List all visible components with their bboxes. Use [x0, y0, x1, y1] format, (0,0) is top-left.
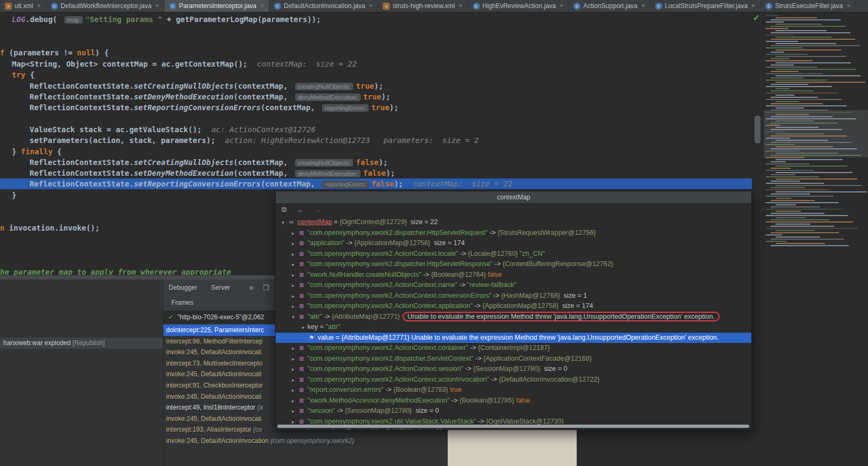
variable-row[interactable]: ▸≣"com.opensymphony.xwork2.dispatcher.Ht…: [276, 259, 751, 270]
forward-icon[interactable]: →: [314, 206, 321, 214]
editor-tab[interactable]: xstruts-high-review.xml×: [378, 0, 468, 12]
map-entry-icon: ≣: [297, 280, 306, 291]
code-line: ReflectionContextState.setCreatingNullOb…: [30, 157, 388, 168]
map-entry-icon: ≣: [297, 385, 306, 396]
variable-row[interactable]: ▸≣"com.opensymphony.xwork2.ActionContext…: [276, 280, 751, 291]
deployment-republish-label: [Republish]: [73, 339, 105, 347]
variable-row[interactable]: ▸≣"com.opensymphony.xwork2.ActionContext…: [276, 291, 751, 302]
restore-layout-icon[interactable]: ❐: [263, 284, 269, 292]
close-tab-icon[interactable]: ×: [155, 2, 159, 10]
code-line: LOG.debug( msg:"Setting params " + getPa…: [12, 14, 321, 25]
variable-row[interactable]: ▸≣"application" -> {ApplicationMap@12758…: [276, 238, 751, 249]
chevron-down-icon[interactable]: ▾: [289, 312, 297, 323]
chevron-right-icon[interactable]: ▸: [289, 281, 297, 291]
close-tab-icon[interactable]: ×: [369, 2, 372, 10]
copy-icon[interactable]: ⧉: [282, 205, 286, 214]
variable-row[interactable]: ▸≣"com.opensymphony.xwork2.ActionContext…: [276, 343, 751, 354]
chevron-right-icon[interactable]: ▸: [289, 249, 297, 260]
chevron-right-icon[interactable]: ▸: [289, 302, 297, 312]
editor-tab[interactable]: CDefaultActionInvocation.java×: [269, 0, 378, 12]
variables-popup: contextMap ⧉ ← → ▾∞contextMap = {OgnlCon…: [275, 191, 752, 430]
editor-tab[interactable]: CLocalStrutsPrepareFilter.java×: [650, 0, 761, 12]
minimap-viewport[interactable]: [764, 110, 868, 157]
variable-row[interactable]: ▾≣"attr" -> {AttributeMap@12771}Unable t…: [276, 312, 751, 322]
variable-row[interactable]: ▸≣"com.opensymphony.xwork2.dispatcher.Se…: [276, 354, 751, 364]
chevron-spacer: [299, 333, 307, 344]
deployment-item[interactable]: hanxiweb:war exploded [Republish]: [0, 338, 163, 349]
frame-text: intercept:98, MethodFilterIntercep: [166, 338, 262, 345]
chevron-right-icon[interactable]: ▸: [289, 364, 297, 375]
variable-row[interactable]: ▸≣"report.conversion.errors" -> {Boolean…: [276, 385, 751, 396]
variable-row[interactable]: ▸key = "attr": [276, 322, 751, 333]
inspections-ok-icon[interactable]: ✓: [753, 13, 760, 23]
view-menu-icon[interactable]: ≡: [249, 284, 254, 292]
editor-tab[interactable]: CActionSupport.java×: [569, 0, 650, 12]
chevron-right-icon[interactable]: ▸: [289, 270, 297, 281]
tab-debugger[interactable]: Debugger: [169, 284, 197, 291]
code-line: n invocation.invoke();: [0, 223, 99, 233]
frame-text: invoke:245, DefaultActionInvocati: [166, 348, 261, 356]
popup-hscrollbar[interactable]: [277, 425, 749, 428]
tab-title: ParametersInterceptor.java: [179, 2, 256, 10]
frame-text: invoke:245, DefaultActionInvocati: [166, 393, 261, 400]
editor-scrollbar-track[interactable]: [752, 12, 763, 466]
variable-row[interactable]: ▸≣"xwork.MethodAccessor.denyMethodExecut…: [276, 396, 751, 406]
variable-row[interactable]: ▸≣"com.opensymphony.xwork2.ActionContext…: [276, 375, 751, 385]
map-entry-icon: ≣: [297, 238, 306, 249]
chevron-right-icon[interactable]: ▸: [289, 228, 297, 239]
chevron-right-icon[interactable]: ▸: [289, 375, 297, 386]
frame-package: (a: [257, 404, 263, 411]
chevron-right-icon[interactable]: ▸: [289, 239, 297, 249]
chevron-right-icon[interactable]: ▸: [289, 343, 297, 354]
deployment-name: hanxiweb:war exploded: [3, 339, 73, 347]
back-icon[interactable]: ←: [297, 206, 304, 214]
popup-title[interactable]: contextMap: [276, 191, 751, 203]
editor-tab[interactable]: xult.xml×: [0, 0, 46, 12]
frame-text: intercept:193, AliasInterceptor: [166, 426, 253, 433]
close-tab-icon[interactable]: ×: [559, 2, 563, 10]
close-tab-icon[interactable]: ×: [751, 2, 755, 10]
frame-package: (com.opensymphony.xwork2): [270, 437, 354, 445]
chevron-right-icon[interactable]: ▸: [289, 385, 297, 396]
chevron-right-icon[interactable]: ▸: [299, 322, 307, 333]
tab-bar: xult.xml×CDefaultWorkflowInterceptor.jav…: [0, 0, 868, 12]
map-entry-icon: ≣: [297, 259, 306, 270]
chevron-down-icon[interactable]: ▾: [279, 218, 287, 228]
frame-text: intercept:91, CheckboxInterceptor: [166, 382, 263, 389]
chevron-right-icon[interactable]: ▸: [289, 396, 297, 407]
tab-title: struts-high-review.xml: [392, 2, 455, 10]
editor-scrollbar-thumb[interactable]: [755, 116, 761, 144]
close-tab-icon[interactable]: ×: [37, 2, 41, 10]
close-tab-icon[interactable]: ×: [847, 2, 850, 10]
variable-row[interactable]: ▸≣"com.opensymphony.xwork2.ActionContext…: [276, 249, 751, 260]
variable-row[interactable]: ▾∞contextMap = {OgnlContext@12729} size …: [276, 217, 751, 228]
java-file-icon: C: [169, 3, 176, 10]
frame-text: invoke:245, DefaultActionInvocati: [166, 415, 261, 422]
editor-tab[interactable]: CHighEvReviewAction.java×: [468, 0, 569, 12]
code-line: ReflectionContextState.setDenyMethodExec…: [30, 168, 395, 178]
code-line: try {: [12, 69, 34, 80]
chevron-right-icon[interactable]: ▸: [289, 291, 297, 302]
variable-row[interactable]: ▸≣"session" -> {SessionMap@12780} size =…: [276, 406, 751, 417]
chevron-right-icon[interactable]: ▸: [289, 260, 297, 270]
stack-frame[interactable]: invoke:245, DefaultActionInvocation (com…: [163, 435, 449, 447]
minimap-panel[interactable]: [763, 12, 868, 466]
chevron-right-icon[interactable]: ▸: [289, 354, 297, 365]
variable-row[interactable]: ⚑value = {AttributeMap@12771} Unable to …: [276, 333, 751, 343]
tab-server[interactable]: Server: [211, 284, 230, 291]
frame-text: intercept:73, MultiselectIntercepto: [166, 360, 262, 367]
code-line: he parameter map to apply from wherever …: [0, 267, 231, 275]
close-tab-icon[interactable]: ×: [641, 2, 645, 10]
close-tab-icon[interactable]: ×: [458, 2, 462, 10]
close-tab-icon[interactable]: ×: [260, 2, 264, 10]
editor-tab[interactable]: CParametersInterceptor.java×: [164, 0, 269, 12]
debugger-tab-bar: Debugger Server ≡ ❐ ⇩: [163, 281, 284, 295]
variable-row[interactable]: ▸≣"xwork.NullHandler.createNullObjects" …: [276, 270, 751, 281]
chevron-right-icon[interactable]: ▸: [289, 406, 297, 417]
variable-row[interactable]: ▸≣"com.opensymphony.xwork2.ActionContext…: [276, 364, 751, 375]
editor-tab[interactable]: CStrutsExecuteFilter.java×: [761, 0, 856, 12]
editor-tab[interactable]: CDefaultWorkflowInterceptor.java×: [46, 0, 164, 12]
variable-row[interactable]: ▸≣"com.opensymphony.xwork2.dispatcher.Ht…: [276, 228, 751, 239]
variable-row[interactable]: ▸≣"com.opensymphony.xwork2.ActionContext…: [276, 301, 751, 312]
map-entry-icon: ≣: [297, 396, 306, 406]
